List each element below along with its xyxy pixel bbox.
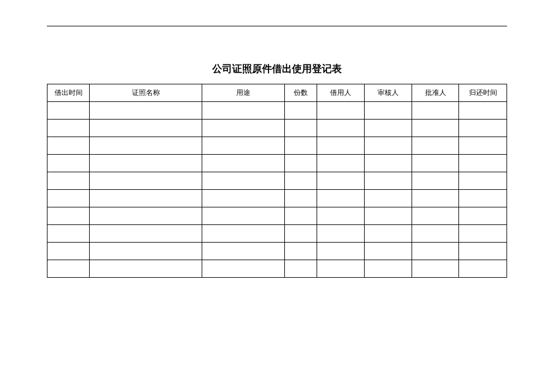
cell: [459, 155, 507, 172]
col-approver: 批准人: [412, 84, 459, 102]
cell: [202, 260, 285, 278]
document-content: 公司证照原件借出使用登记表 借出时间 证照名称 用途 份数 借用人 审核人 批准…: [47, 62, 507, 278]
cell: [459, 260, 507, 278]
cell: [202, 172, 285, 190]
table-row: [47, 120, 507, 137]
table-row: [47, 155, 507, 172]
cell: [202, 225, 285, 243]
cell: [317, 207, 365, 225]
cell: [47, 102, 90, 120]
cell: [459, 225, 507, 243]
cell: [202, 120, 285, 137]
cell: [202, 155, 285, 172]
cell: [317, 225, 365, 243]
cell: [202, 207, 285, 225]
cell: [285, 137, 317, 155]
cell: [47, 172, 90, 190]
cell: [202, 102, 285, 120]
cell: [47, 207, 90, 225]
cell: [412, 243, 459, 260]
table-body: [47, 102, 507, 278]
col-copies: 份数: [285, 84, 317, 102]
cell: [90, 225, 202, 243]
cell: [285, 225, 317, 243]
cell: [285, 260, 317, 278]
table-row: [47, 137, 507, 155]
cell: [285, 155, 317, 172]
cell: [459, 137, 507, 155]
cell: [47, 260, 90, 278]
cell: [364, 243, 412, 260]
cell: [90, 102, 202, 120]
col-reviewer: 审核人: [364, 84, 412, 102]
cell: [364, 225, 412, 243]
cell: [317, 190, 365, 207]
table-row: [47, 102, 507, 120]
cell: [412, 137, 459, 155]
table-row: [47, 243, 507, 260]
col-purpose: 用途: [202, 84, 285, 102]
cell: [285, 243, 317, 260]
cell: [47, 120, 90, 137]
cell: [317, 102, 365, 120]
cell: [317, 243, 365, 260]
cell: [364, 190, 412, 207]
cell: [202, 243, 285, 260]
cell: [412, 102, 459, 120]
cell: [364, 120, 412, 137]
cell: [90, 137, 202, 155]
cell: [412, 260, 459, 278]
cell: [317, 260, 365, 278]
col-cert-name: 证照名称: [90, 84, 202, 102]
cell: [412, 172, 459, 190]
cell: [285, 190, 317, 207]
cell: [317, 172, 365, 190]
cell: [459, 243, 507, 260]
registration-table: 借出时间 证照名称 用途 份数 借用人 审核人 批准人 归还时间: [47, 84, 507, 278]
cell: [90, 172, 202, 190]
cell: [285, 102, 317, 120]
cell: [412, 225, 459, 243]
table-row: [47, 260, 507, 278]
cell: [317, 155, 365, 172]
cell: [285, 120, 317, 137]
cell: [90, 155, 202, 172]
cell: [202, 190, 285, 207]
cell: [364, 137, 412, 155]
cell: [364, 207, 412, 225]
cell: [90, 190, 202, 207]
cell: [202, 137, 285, 155]
cell: [47, 137, 90, 155]
cell: [364, 155, 412, 172]
cell: [90, 260, 202, 278]
table-header-row: 借出时间 证照名称 用途 份数 借用人 审核人 批准人 归还时间: [47, 84, 507, 102]
cell: [90, 243, 202, 260]
col-return-time: 归还时间: [459, 84, 507, 102]
col-borrower: 借用人: [317, 84, 365, 102]
cell: [47, 243, 90, 260]
cell: [412, 207, 459, 225]
cell: [364, 260, 412, 278]
cell: [364, 172, 412, 190]
cell: [412, 190, 459, 207]
cell: [412, 120, 459, 137]
cell: [459, 190, 507, 207]
horizontal-rule: [47, 26, 507, 26]
table-row: [47, 172, 507, 190]
cell: [285, 207, 317, 225]
cell: [285, 172, 317, 190]
table-row: [47, 225, 507, 243]
cell: [459, 172, 507, 190]
cell: [364, 102, 412, 120]
cell: [317, 120, 365, 137]
table-row: [47, 207, 507, 225]
cell: [317, 137, 365, 155]
cell: [459, 120, 507, 137]
cell: [459, 207, 507, 225]
col-lend-time: 借出时间: [47, 84, 90, 102]
page-title: 公司证照原件借出使用登记表: [47, 62, 507, 76]
table-row: [47, 190, 507, 207]
cell: [47, 155, 90, 172]
cell: [47, 225, 90, 243]
cell: [459, 102, 507, 120]
